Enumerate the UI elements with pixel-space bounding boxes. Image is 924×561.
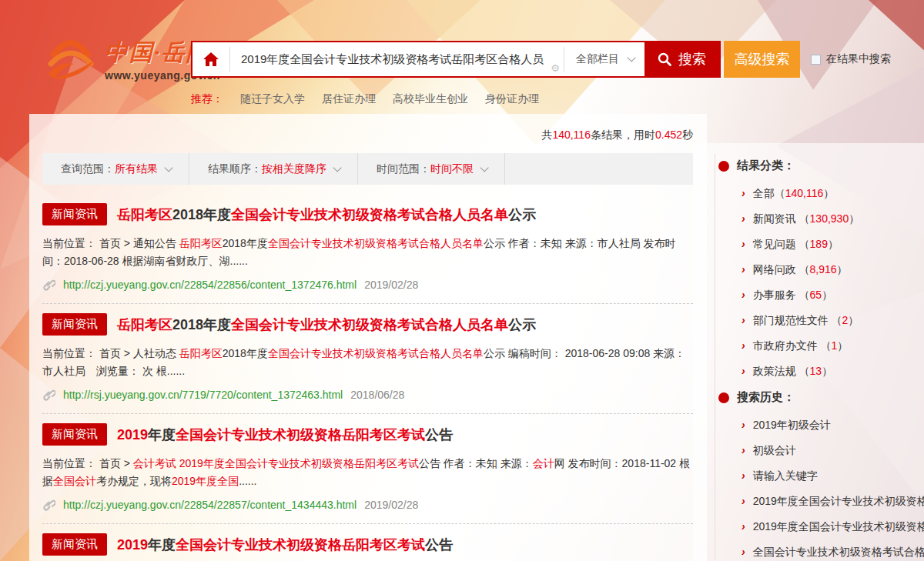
result-snippet: 当前位置： 首页 > 通知公告 岳阳考区2018年度全国会计专业技术初级资格考试…: [42, 235, 693, 270]
result-date: 2018/06/28: [350, 389, 404, 401]
bullet-dot-icon: [718, 392, 729, 403]
category-select-value: 全部栏目: [576, 52, 619, 66]
result-title-link[interactable]: 岳阳考区2018年度全国会计专业技术初级资格考试合格人员名单公示: [117, 205, 536, 224]
recommend-label: 推荐：: [191, 92, 223, 106]
recommend-link[interactable]: 随迁子女入学: [240, 92, 305, 106]
text-segment: 会计考试: [133, 457, 176, 469]
search-icon: [658, 52, 671, 66]
link-icon: [42, 498, 55, 511]
home-button[interactable]: [192, 42, 229, 76]
history-item-text: 请输入关键字: [753, 469, 818, 483]
text-segment: ）: [823, 187, 834, 199]
text-segment: 当前位置： 首页 > 人社动态: [42, 347, 179, 359]
text-segment: ）: [837, 263, 848, 275]
text-segment: ......: [239, 475, 256, 487]
text-segment: 按相关度降序: [262, 162, 326, 175]
result-snippet: 当前位置： 首页 > 人社动态 岳阳考区2018年度全国会计专业技术初级资格考试…: [42, 345, 693, 380]
history-item[interactable]: ›2019年度全国会计专业技术初级资格考试: [742, 495, 924, 509]
text-segment: 189: [810, 238, 828, 250]
history-item-text: 2019年度全国会计专业技术初级资格考试: [753, 495, 924, 509]
text-segment: 2019: [117, 537, 148, 553]
gear-icon[interactable]: ⚙: [551, 63, 560, 73]
recommend-link[interactable]: 身份证办理: [485, 92, 539, 106]
category-item-text: 办事服务 （65）: [753, 289, 832, 302]
category-item[interactable]: ›全部（140,116）: [742, 187, 924, 201]
history-item[interactable]: ›全国会计专业技术初级资格考试合格人员名单: [742, 546, 924, 559]
text-segment: 年度: [148, 427, 176, 442]
text-segment: 岳阳考区: [117, 207, 172, 222]
filter-scope-text: 查询范围：所有结果: [61, 162, 158, 176]
text-segment: 0.452: [655, 129, 682, 141]
search-button[interactable]: 搜索: [644, 42, 719, 76]
text-segment: 岳阳考区: [117, 317, 172, 332]
text-segment: ）: [822, 289, 832, 301]
search-area: ⚙ 全部栏目 搜索 高级搜索 在结果中搜索: [191, 41, 891, 78]
categories-header: 结果分类：: [718, 159, 924, 173]
text-segment: 会计: [533, 457, 554, 469]
result-date: 2019/02/28: [364, 279, 418, 291]
search-result: 新闻资讯 岳阳考区2018年度全国会计专业技术初级资格考试合格人员名单公示 当前…: [42, 304, 693, 414]
text-segment: ）: [848, 314, 859, 326]
category-item-text: 全部（140,116）: [753, 187, 835, 201]
results-list: 新闻资讯 岳阳考区2018年度全国会计专业技术初级资格考试合格人员名单公示 当前…: [42, 194, 693, 561]
search-in-results-toggle[interactable]: 在结果中搜索: [811, 41, 891, 78]
search-button-label: 搜索: [678, 50, 706, 68]
search-result: 新闻资讯 2019年度全国会计专业技术初级资格岳阳考区考试公告: [42, 524, 693, 561]
result-url-link[interactable]: http://czj.yueyang.gov.cn/22854/22857/co…: [63, 499, 357, 511]
history-list: ›2019年初级会计 ›初级会计 ›请输入关键字 ›2019年度全国会计专业技术…: [715, 419, 924, 561]
result-url-row: http://czj.yueyang.gov.cn/22854/22857/co…: [42, 498, 693, 511]
history-item[interactable]: ›请输入关键字: [742, 469, 924, 483]
result-category-badge: 新闻资讯: [42, 423, 107, 446]
recommend-link[interactable]: 高校毕业生创业: [393, 92, 468, 106]
text-segment: 2019年度全国: [172, 475, 239, 487]
category-select[interactable]: 全部栏目: [564, 42, 644, 76]
category-item[interactable]: ›政策法规 （13）: [742, 365, 924, 379]
text-segment: 结果顺序：: [208, 162, 262, 175]
category-item[interactable]: ›市政府办文件 （1）: [742, 339, 924, 353]
result-title-link[interactable]: 岳阳考区2018年度全国会计专业技术初级资格考试合格人员名单公示: [117, 316, 536, 334]
text-segment: 全国会计专业技术初级资格岳阳考区考试: [176, 427, 425, 442]
filter-scope[interactable]: 查询范围：所有结果: [42, 153, 189, 185]
filter-order[interactable]: 结果顺序：按相关度降序: [189, 153, 358, 185]
history-header: 搜索历史：: [718, 390, 924, 405]
text-segment: 时间范围：: [377, 162, 430, 175]
text-segment: 公示: [508, 207, 536, 222]
arrow-icon: ›: [742, 212, 745, 225]
result-url-link[interactable]: http://czj.yueyang.gov.cn/22854/22856/co…: [63, 279, 357, 291]
text-segment: 2019年度全国会计专业技术初级资格岳阳考区考试: [179, 457, 419, 469]
text-segment: 全国会计专业技术初级资格考试合格人员名单: [268, 347, 484, 359]
text-segment: 办事服务 （: [753, 289, 810, 301]
chevron-down-icon: [627, 53, 635, 62]
filter-time[interactable]: 时间范围：时间不限: [358, 153, 505, 185]
sidebar: 结果分类： ›全部（140,116） ›新闻资讯 （130,930） ›常见问题…: [715, 154, 924, 561]
category-item[interactable]: ›常见问题 （189）: [742, 238, 924, 252]
result-head: 新闻资讯 2019年度全国会计专业技术初级资格岳阳考区考试公告: [42, 533, 693, 556]
categories-list: ›全部（140,116） ›新闻资讯 （130,930） ›常见问题 （189）…: [715, 187, 924, 379]
text-segment: 条结果，用时: [591, 129, 655, 141]
arrow-icon: ›: [742, 419, 745, 431]
result-title-link[interactable]: 2019年度全国会计专业技术初级资格岳阳考区考试公告: [117, 426, 453, 444]
arrow-icon: ›: [742, 546, 745, 558]
history-item-text: 2019年初级会计: [753, 419, 831, 432]
result-url-link[interactable]: http://rsj.yueyang.gov.cn/7719/7720/cont…: [63, 389, 343, 401]
category-item-text: 网络问政 （8,916）: [753, 263, 848, 277]
text-segment: 新闻资讯 （: [753, 212, 810, 225]
advanced-search-button[interactable]: 高级搜索: [724, 41, 800, 78]
recommend-link[interactable]: 居住证办理: [322, 92, 376, 106]
history-item[interactable]: ›2019年初级会计: [742, 419, 924, 432]
category-item-text: 部门规范性文件 （2）: [753, 314, 859, 328]
search-input[interactable]: [230, 42, 564, 76]
history-item[interactable]: ›初级会计: [742, 444, 924, 458]
category-item[interactable]: ›网络问政 （8,916）: [742, 263, 924, 277]
text-segment: 2019: [117, 427, 148, 442]
text-segment: 65: [810, 289, 822, 301]
category-item[interactable]: ›办事服务 （65）: [742, 289, 924, 302]
text-segment: 查询范围：: [61, 162, 115, 175]
search-bar: ⚙ 全部栏目 搜索: [191, 41, 721, 78]
history-item[interactable]: ›2019年度全国会计专业技术初级资格考试: [742, 520, 924, 534]
result-title-link[interactable]: 2019年度全国会计专业技术初级资格岳阳考区考试公告: [117, 536, 453, 554]
category-item[interactable]: ›新闻资讯 （130,930）: [742, 212, 924, 226]
category-item[interactable]: ›部门规范性文件 （2）: [742, 314, 924, 328]
checkbox-icon[interactable]: [811, 55, 821, 65]
result-category-badge: 新闻资讯: [42, 203, 107, 225]
